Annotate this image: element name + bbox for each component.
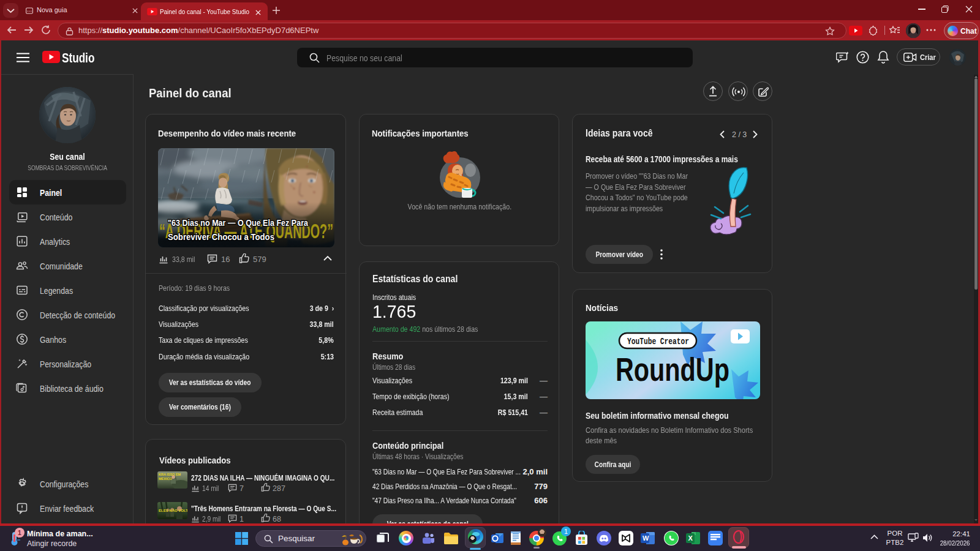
svg-text:KRA ISSO EM: KRA ISSO EM: [159, 473, 181, 476]
svg-text:MEXICO: MEXICO: [159, 477, 172, 481]
svg-text:Sobreviver Chocou a Todos: Sobreviver Chocou a Todos: [168, 232, 274, 242]
svg-text:ELES NÃO VOLTARAM: ELES NÃO VOLTARAM: [159, 509, 187, 512]
svg-text:RoundUp: RoundUp: [616, 351, 729, 388]
svg-text:YouTube Creator: YouTube Creator: [627, 337, 689, 347]
svg-text:X: X: [688, 534, 693, 542]
svg-text:W: W: [643, 534, 649, 542]
svg-text:"63 Dias no Mar — O Que Ela Fe: "63 Dias no Mar — O Que Ela Fez Para: [168, 218, 309, 228]
